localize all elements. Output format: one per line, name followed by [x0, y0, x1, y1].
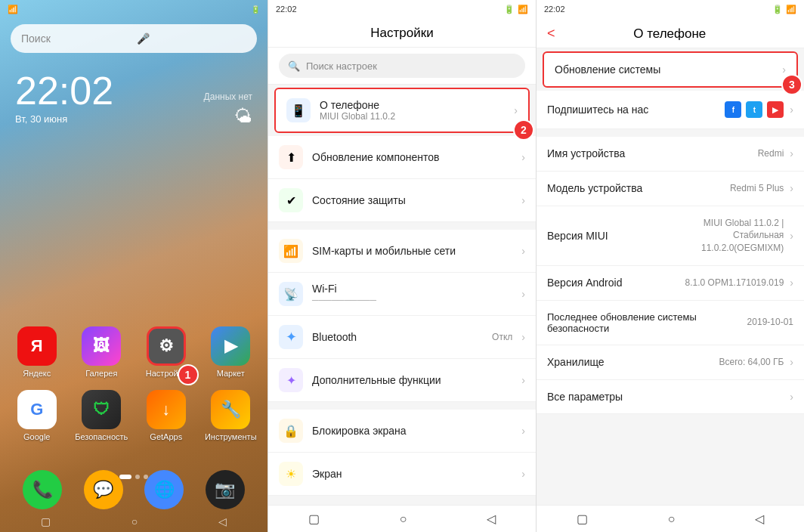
battery-icon-a: 🔋: [772, 5, 783, 14]
dock-messages[interactable]: 💬: [84, 470, 123, 509]
about-item-android[interactable]: Версия Android 8.1.0 OPM1.171019.019 ›: [537, 266, 804, 301]
display-title: Экран: [312, 468, 512, 480]
settings-nav-square[interactable]: ▢: [308, 512, 320, 526]
settings-nav-circle[interactable]: ○: [400, 512, 407, 526]
search-placeholder: Поиск настроек: [306, 60, 377, 72]
update-chevron: ›: [782, 63, 786, 76]
settings-item-lock[interactable]: 🔒 Блокировка экрана ›: [268, 410, 536, 453]
sim-text: SIM-карты и мобильные сети: [312, 245, 512, 257]
nav-bar-settings: ▢ ○ ◁: [268, 505, 536, 532]
about-nav-square[interactable]: ▢: [577, 512, 588, 526]
about-list: Обновление системы › 3 Подпишитесь на на…: [537, 48, 804, 505]
search-icon-s: 🔍: [288, 60, 300, 72]
settings-item-sim[interactable]: 📶 SIM-карты и мобильные сети ›: [268, 230, 536, 273]
settings-search-area[interactable]: 🔍 Поиск настроек: [268, 48, 536, 85]
yandex-label: Яндекс: [23, 369, 51, 378]
section-gap-1: [268, 222, 536, 230]
about-title: О телефоне: [561, 26, 778, 42]
storage-chevron: ›: [790, 356, 793, 368]
wifi-icon-s: 📶: [518, 5, 528, 14]
back-button[interactable]: <: [547, 26, 555, 42]
home-nav-circle[interactable]: ○: [131, 515, 138, 527]
facebook-icon: f: [725, 101, 741, 118]
dock-phone[interactable]: 📞: [23, 470, 62, 509]
components-title: Обновление компонентов: [312, 151, 512, 163]
dock: 📞 💬 🌐 📷: [0, 470, 267, 509]
settings-item-display[interactable]: ☀ Экран ›: [268, 453, 536, 496]
lock-text: Блокировка экрана: [312, 425, 512, 437]
about-item-miui[interactable]: Версия MIUI MIUI Global 11.0.2 | Стабиль…: [537, 206, 804, 266]
device-model-title: Модель устройства: [547, 182, 730, 194]
time-widget: 22:02 Вт, 30 июня Данных нет: [0, 59, 267, 128]
app-google[interactable]: G Google: [8, 390, 66, 441]
about-item-device-model[interactable]: Модель устройства Redmi 5 Plus ›: [537, 172, 804, 206]
app-settings[interactable]: ⚙ Настройки 1: [137, 326, 196, 378]
settings-item-extra[interactable]: ✦ Дополнительные функции ›: [268, 359, 536, 402]
display-chevron: ›: [521, 468, 525, 480]
signal-icon: 📶: [8, 5, 18, 14]
nav-bar-about: ▢ ○ ◁: [537, 505, 804, 532]
about-item-device-name[interactable]: Имя устройства Redmi ›: [537, 137, 804, 172]
mic-icon[interactable]: 🎤: [137, 32, 246, 45]
step-badge-2: 2: [513, 119, 534, 141]
tools-label: Инструменты: [205, 432, 257, 441]
app-tools[interactable]: 🔧 Инструменты: [202, 390, 261, 441]
gallery-label: Галерея: [85, 369, 117, 378]
miui-title: Версия MIUI: [547, 230, 663, 242]
all-params-title: Все параметры: [547, 391, 784, 403]
settings-item-components[interactable]: ⬆ Обновление компонентов ›: [268, 136, 536, 179]
date-display: Вт, 30 июня: [15, 113, 252, 125]
extra-title: Дополнительные функции: [312, 374, 512, 386]
about-chevron: ›: [514, 104, 518, 116]
about-nav-circle[interactable]: ○: [668, 512, 676, 526]
about-time: 22:02: [544, 5, 565, 14]
wifi-icon-item: 📡: [279, 282, 303, 306]
settings-search-box[interactable]: 🔍 Поиск настроек: [279, 54, 525, 78]
about-nav-back[interactable]: ◁: [755, 512, 764, 526]
dock-camera[interactable]: 📷: [206, 470, 245, 509]
settings-item-about[interactable]: 📱 О телефоне MIUI Global 11.0.2 › 2: [274, 88, 530, 133]
sim-icon: 📶: [279, 239, 303, 263]
bluetooth-value: Откл: [492, 332, 512, 342]
about-title: О телефоне: [320, 99, 505, 111]
about-icon: 📱: [286, 98, 311, 122]
components-chevron: ›: [521, 151, 525, 163]
about-section-gap-1: [537, 129, 804, 137]
about-item-security-update: Последнее обновление системы безопасност…: [537, 301, 804, 345]
home-screen: 📶 🔋 Поиск 🎤 22:02 Вт, 30 июня Данных нет…: [0, 0, 267, 532]
clock-display: 22:02: [15, 71, 252, 110]
social-title: Подпишитесь на нас: [547, 104, 725, 116]
about-status-icons: 🔋 📶: [772, 5, 796, 14]
home-nav-back[interactable]: ◁: [218, 515, 227, 527]
dock-browser[interactable]: 🌐: [144, 470, 184, 509]
device-model-chevron: ›: [790, 182, 793, 194]
app-yandex[interactable]: Я Яндекс: [8, 326, 66, 378]
app-security[interactable]: 🛡 Безопасность: [73, 390, 131, 441]
app-gallery[interactable]: 🖼 Галерея: [73, 326, 131, 378]
step-badge-1: 1: [178, 364, 199, 385]
about-item-update[interactable]: Обновление системы › 3: [543, 51, 798, 88]
home-nav-square[interactable]: ▢: [41, 515, 51, 527]
security-update-title: Последнее обновление системы безопасност…: [547, 311, 747, 334]
gallery-icon: 🖼: [82, 326, 121, 366]
settings-item-bluetooth[interactable]: ✦ Bluetooth Откл ›: [268, 316, 536, 359]
settings-item-security[interactable]: ✔ Состояние защиты ›: [268, 179, 536, 222]
settings-status-icons: 🔋 📶: [504, 5, 528, 14]
about-item-all-params[interactable]: Все параметры ›: [537, 380, 804, 414]
security-label: Безопасность: [75, 432, 128, 441]
about-item-social[interactable]: Подпишитесь на нас f t ▶ ›: [537, 91, 804, 129]
miui-chevron: ›: [790, 230, 793, 242]
about-item-storage[interactable]: Хранилище Всего: 64,00 ГБ ›: [537, 345, 804, 380]
settings-item-wifi[interactable]: 📡 Wi-Fi ────────── ›: [268, 273, 536, 316]
settings-nav-back[interactable]: ◁: [487, 512, 496, 526]
device-model-value: Redmi 5 Plus: [730, 182, 784, 195]
all-params-chevron: ›: [790, 391, 793, 403]
app-getapps[interactable]: ↓ GetApps: [137, 390, 196, 441]
settings-status-bar: 22:02 🔋 📶: [268, 0, 536, 18]
battery-icon: 🔋: [251, 5, 260, 14]
app-market[interactable]: ▶ Маркет: [202, 326, 261, 378]
display-text: Экран: [312, 468, 512, 480]
search-bar[interactable]: Поиск 🎤: [11, 24, 257, 53]
yandex-icon: Я: [17, 326, 57, 366]
wifi-value: ──────────: [312, 295, 512, 305]
